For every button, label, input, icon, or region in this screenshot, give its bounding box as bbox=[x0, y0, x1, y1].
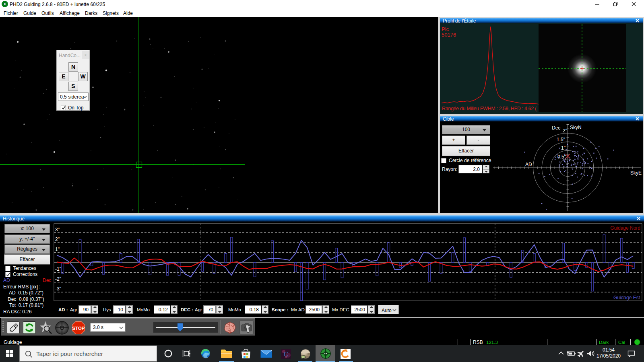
svg-text:-2": -2" bbox=[55, 276, 61, 282]
svg-text:C: C bbox=[284, 350, 288, 358]
svg-text:3": 3" bbox=[55, 227, 60, 232]
svg-text:Guidage Nord: Guidage Nord bbox=[610, 225, 640, 231]
svg-text:1": 1" bbox=[55, 247, 60, 252]
svg-text:-3": -3" bbox=[55, 286, 61, 292]
svg-text:2": 2" bbox=[55, 237, 60, 242]
svg-text:STOP: STOP bbox=[72, 326, 85, 331]
svg-text:-1": -1" bbox=[55, 266, 61, 272]
svg-text:Guidage Est: Guidage Est bbox=[613, 295, 640, 300]
